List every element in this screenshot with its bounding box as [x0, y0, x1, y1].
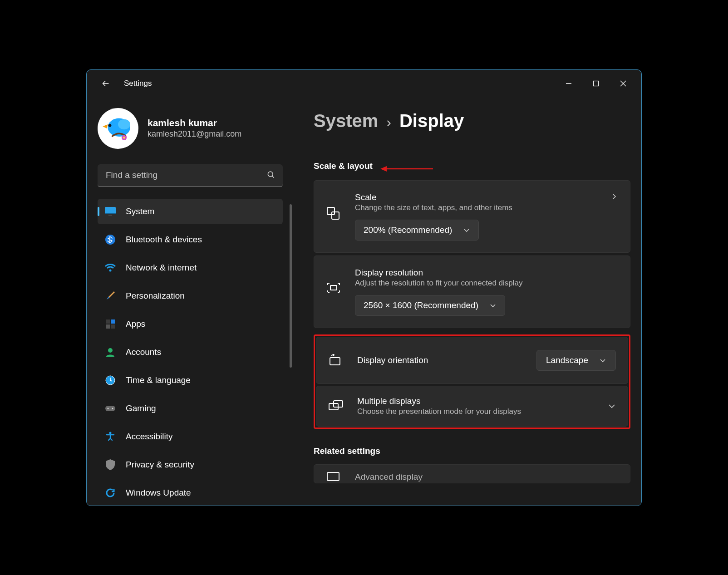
breadcrumb-parent[interactable]: System [314, 111, 378, 131]
close-button[interactable] [610, 74, 637, 93]
nav-list: System Bluetooth & devices Network & int… [98, 199, 283, 506]
svg-point-26 [109, 432, 112, 434]
nav-network[interactable]: Network & internet [98, 255, 283, 280]
svg-point-6 [108, 123, 112, 127]
nav-windows-update[interactable]: Windows Update [98, 480, 283, 506]
svg-point-8 [123, 136, 125, 138]
annotation-arrow-icon [379, 165, 434, 173]
scale-expand[interactable] [610, 192, 618, 201]
bluetooth-icon [104, 233, 117, 246]
nav-gaming[interactable]: Gaming [98, 396, 283, 421]
breadcrumb-current: Display [399, 111, 464, 131]
accessibility-icon [104, 430, 117, 443]
main-content: System › Display Scale & layout Scale Ch… [294, 97, 641, 506]
nav-accessibility[interactable]: Accessibility [98, 424, 283, 449]
nav-label: Personalization [126, 291, 185, 301]
maximize-button[interactable] [582, 74, 610, 93]
nav-label: Accounts [126, 347, 161, 357]
svg-rect-32 [330, 358, 340, 365]
arrow-left-icon [101, 79, 111, 88]
nav-label: System [126, 206, 154, 216]
window-controls [555, 74, 637, 93]
multiple-expand[interactable] [608, 402, 616, 410]
system-icon [104, 205, 117, 218]
breadcrumb: System › Display [314, 111, 630, 131]
scale-icon [326, 206, 348, 221]
svg-rect-16 [106, 319, 110, 324]
resolution-select[interactable]: 2560 × 1600 (Recommended) [355, 295, 505, 316]
chevron-down-icon [608, 402, 616, 410]
avatar-bird-icon [102, 112, 134, 145]
multiple-desc: Choose the presentation mode for your di… [357, 407, 601, 416]
annotation-highlight-box: Display orientation Landscape Multiple d… [314, 334, 630, 429]
nav-label: Windows Update [126, 488, 191, 498]
svg-point-24 [108, 408, 109, 409]
svg-point-25 [112, 408, 113, 409]
resolution-icon [326, 281, 348, 294]
profile-email: kamlesh2011@gmail.com [148, 129, 241, 139]
svg-rect-30 [332, 212, 339, 219]
section-scale-layout-heading: Scale & layout [314, 161, 373, 171]
minimize-button[interactable] [555, 74, 582, 93]
svg-rect-12 [105, 213, 116, 214]
chevron-right-icon: › [386, 114, 391, 131]
svg-rect-31 [330, 285, 337, 290]
avatar [98, 108, 138, 149]
card-resolution[interactable]: Display resolution Adjust the resolution… [314, 256, 630, 328]
nav-system[interactable]: System [98, 199, 283, 224]
apps-icon [104, 318, 117, 330]
card-orientation[interactable]: Display orientation Landscape [316, 337, 628, 384]
update-icon [104, 487, 117, 499]
orientation-select[interactable]: Landscape [536, 350, 616, 371]
sidebar-scrollbar[interactable] [290, 204, 292, 368]
resolution-select-value: 2560 × 1600 (Recommended) [364, 300, 478, 310]
card-multiple-displays[interactable]: Multiple displays Choose the presentatio… [316, 386, 628, 427]
scale-select[interactable]: 200% (Recommended) [355, 220, 479, 241]
svg-marker-28 [380, 166, 387, 172]
nav-label: Network & internet [126, 263, 197, 273]
titlebar: Settings [87, 70, 641, 97]
search-wrap [98, 164, 283, 187]
svg-point-15 [109, 269, 112, 271]
card-scale[interactable]: Scale Change the size of text, apps, and… [314, 180, 630, 253]
person-icon [104, 346, 117, 359]
profile-name: kamlesh kumar [148, 118, 241, 128]
nav-accounts[interactable]: Accounts [98, 339, 283, 365]
search-input[interactable] [98, 164, 283, 187]
multiple-displays-icon [328, 400, 350, 413]
nav-personalization[interactable]: Personalization [98, 283, 283, 309]
svg-point-5 [118, 119, 130, 129]
svg-rect-29 [327, 207, 334, 215]
advanced-title: Advanced display [355, 472, 618, 482]
gamepad-icon [104, 402, 117, 415]
nav-apps[interactable]: Apps [98, 311, 283, 337]
nav-time-language[interactable]: Time & language [98, 368, 283, 393]
svg-rect-13 [108, 215, 112, 216]
back-button[interactable] [98, 75, 114, 92]
resolution-title: Display resolution [355, 268, 618, 278]
nav-label: Accessibility [126, 432, 172, 442]
card-advanced-display[interactable]: Advanced display [314, 464, 630, 483]
svg-rect-35 [327, 472, 339, 481]
close-icon [620, 80, 626, 87]
nav-bluetooth[interactable]: Bluetooth & devices [98, 227, 283, 252]
nav-label: Time & language [126, 375, 191, 385]
chevron-down-icon [599, 357, 606, 364]
chevron-right-icon [610, 192, 618, 201]
svg-rect-23 [105, 406, 115, 411]
app-title: Settings [124, 79, 152, 88]
globe-clock-icon [104, 374, 117, 387]
svg-point-20 [108, 348, 113, 353]
profile-block[interactable]: kamlesh kumar kamlesh2011@gmail.com [98, 108, 283, 149]
svg-rect-19 [111, 324, 115, 329]
nav-label: Bluetooth & devices [126, 235, 202, 245]
minimize-icon [566, 80, 572, 87]
orientation-title: Display orientation [357, 355, 536, 365]
svg-rect-17 [111, 319, 115, 324]
scale-title: Scale [355, 192, 604, 202]
section-related-heading: Related settings [314, 446, 380, 456]
wifi-icon [104, 261, 117, 274]
nav-privacy[interactable]: Privacy & security [98, 452, 283, 477]
nav-label: Privacy & security [126, 460, 194, 470]
nav-label: Gaming [126, 403, 156, 413]
